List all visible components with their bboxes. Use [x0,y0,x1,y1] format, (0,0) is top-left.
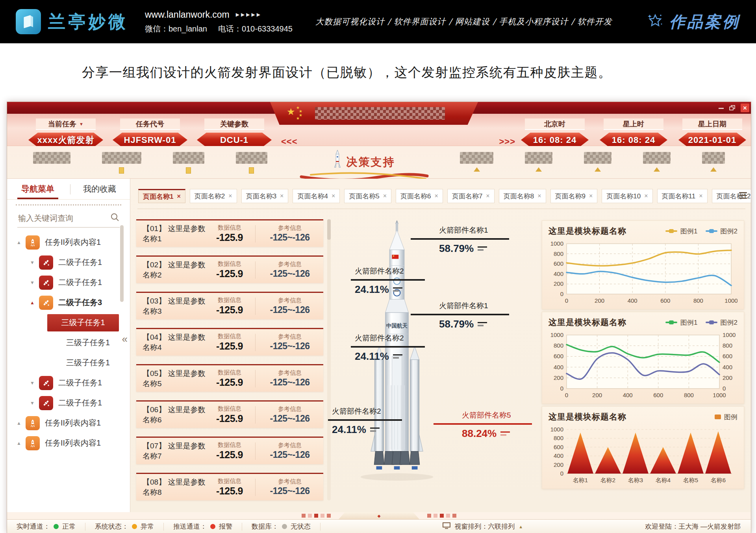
page-tab[interactable]: 页面名称1× [138,189,185,203]
chevron-up-icon[interactable]: ▲ [16,420,22,426]
chart-legend: 图例1图例2 [665,227,737,236]
censored-menu-item[interactable] [460,152,493,172]
ref-value: -125~-126 [260,232,319,243]
chevron-down-icon[interactable]: ▼ [29,400,35,406]
tree-item[interactable]: 三级子任务1 [7,333,130,353]
search-input[interactable] [17,213,102,223]
tab-close-icon[interactable]: × [699,192,702,200]
expand-right-arrows[interactable]: >>> [499,137,515,147]
window-layout-selector[interactable]: 视窗排列：六联排列 ▲ [443,522,523,531]
page-tab[interactable]: 页面名称10× [602,189,652,203]
callout-dashes-icon [393,286,402,293]
tree-item[interactable]: ▲任务II列表内容1 [7,433,130,453]
page-tab[interactable]: 页面名称5× [344,189,391,203]
ref-value: -125~-126 [260,413,319,424]
rocket-callout: 火箭部件名称588.24% [434,410,532,440]
svg-text:600: 600 [653,392,663,398]
close-button[interactable]: ✕ [741,104,749,112]
page-tab[interactable]: 页面名称9× [550,189,598,203]
data-value: -125.9 [209,304,250,316]
page-tab[interactable]: 页面名称4× [293,189,340,203]
svg-text:1000: 1000 [550,331,563,338]
svg-text:0: 0 [565,297,568,304]
chevron-down-icon[interactable]: ▼ [29,260,35,265]
tab-close-icon[interactable]: × [280,192,284,200]
tab-close-icon[interactable]: × [177,193,180,200]
page-tab[interactable]: 页面名称11× [657,189,708,203]
tree-item-selected[interactable]: 三级子任务1 [7,313,130,333]
tree-item[interactable]: ▼二级子任务1 [7,272,130,292]
legend-item: 图例 [715,413,737,422]
tree-item[interactable]: ▲任务II列表内容1 [7,413,130,433]
sidebar-scrollbar-thumb[interactable] [120,225,124,302]
tree-item[interactable]: ▼二级子任务1 [7,252,130,272]
collapse-left-arrows[interactable]: <<< [281,137,298,147]
data-value: -125.9 [209,449,250,461]
beijing-time-label: 北京时 [525,118,585,130]
censored-menu-item[interactable] [33,152,70,164]
censored-menu-item[interactable] [102,152,141,174]
tree-item[interactable]: 三级子任务1 [7,353,130,373]
tab-close-icon[interactable]: × [228,192,232,200]
censored-menu-item[interactable] [173,152,204,174]
callout-value: 58.79% [439,318,474,330]
tab-close-icon[interactable]: × [486,192,489,200]
bottom-decoration-strip: ◆ [7,511,751,519]
tab-list-menu-icon[interactable] [739,192,747,199]
censored-menu-item[interactable] [584,152,611,172]
svg-text:名称2: 名称2 [600,477,615,483]
restore-button[interactable] [729,105,736,111]
status-item: 数据库：无状态 [242,523,321,531]
data-label: 数据信息 [209,441,250,449]
page-tab[interactable]: 页面名称7× [447,189,495,203]
tab-close-icon[interactable]: × [383,192,387,200]
page-tab[interactable]: 页面名称2× [190,189,237,203]
decoration-squares [302,514,331,518]
tab-close-icon[interactable]: × [537,192,541,200]
main-content: 页面名称1×页面名称2×页面名称3×页面名称4×页面名称5×页面名称6×页面名称… [130,179,751,512]
status-label: 实时通道： [17,522,50,531]
menu-item-decision-support[interactable]: 决策支持 [299,150,429,181]
rocket-callout: 火箭部件名称224.11% [351,266,425,296]
callout-dashes-icon [370,426,380,433]
tree-item[interactable]: ▲二级子任务3 [7,292,130,313]
page-tab[interactable]: 页面名称8× [499,189,546,203]
search-icon[interactable] [110,213,120,224]
tree-item[interactable]: ▼二级子任务1 [7,373,130,393]
censored-menu-item[interactable] [525,152,552,172]
chevron-down-icon[interactable]: ▼ [29,280,35,285]
tree-item[interactable]: ▲任务II列表内容1 [7,232,130,252]
page-tab[interactable]: 页面名称3× [241,189,289,203]
callout-label: 火箭部件名称2 [351,266,425,276]
censored-menu-item[interactable] [236,152,267,174]
tab-close-icon[interactable]: × [589,192,593,200]
censored-system-title [315,107,445,120]
tab-close-icon[interactable]: × [435,192,438,200]
tab-close-icon[interactable]: × [332,192,335,200]
svg-text:1000: 1000 [550,240,563,247]
tree-item[interactable]: ▼二级子任务1 [7,393,130,413]
wechat-info: 微信：ben_lanlan [145,24,207,34]
chevron-up-icon[interactable]: ▲ [16,440,22,446]
callout-value: 24.11% [355,350,389,363]
chevron-up-icon[interactable]: ▲ [29,300,35,305]
current-task-label[interactable]: 当前任务▼ [36,118,96,130]
svg-text:400: 400 [554,270,563,277]
status-value: 报警 [219,522,232,531]
rocket-icon [26,416,40,430]
chevron-down-icon[interactable]: ▼ [29,380,35,386]
portfolio-link[interactable]: 作品案例 [647,11,740,33]
censored-menu-item[interactable] [702,152,725,172]
data-label: 数据信息 [209,333,250,340]
chevron-up-icon[interactable]: ▲ [16,240,22,245]
minimize-button[interactable] [718,105,724,111]
page-tab[interactable]: 页面名称6× [396,189,443,203]
sidebar-collapse-handle[interactable]: « [122,333,128,345]
svg-text:800: 800 [684,392,694,398]
sidebar-tab-favorites[interactable]: 我的收藏 [83,183,116,199]
tab-close-icon[interactable]: × [644,192,648,200]
menu-indicator-icon [654,167,660,172]
parameter-card: 【04】 这里是参数名称4数据信息-125.9参考信息-125~-126 [136,328,323,355]
sidebar-tab-nav-menu[interactable]: 导航菜单 [17,180,58,199]
censored-menu-item[interactable] [643,152,671,172]
